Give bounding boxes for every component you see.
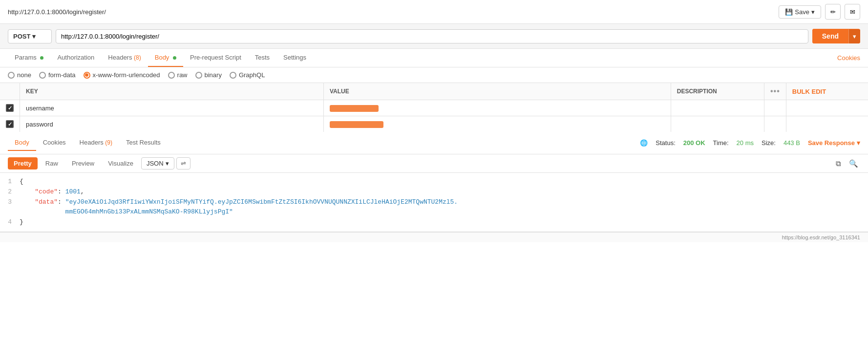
send-button-group: Send ▾ [812, 29, 860, 43]
row-2-key[interactable]: password [20, 116, 324, 132]
code-line-3: 3 "data": "eyJ0eXAiOiJqd3RfIiwiYWxnIjoiS… [0, 197, 868, 218]
response-meta: 🌐 Status: 200 OK Time: 20 ms Size: 443 B… [640, 139, 860, 147]
radio-none[interactable]: none [8, 71, 31, 79]
radio-raw[interactable]: raw [168, 71, 188, 79]
row-2-description[interactable] [671, 116, 764, 132]
col-checkbox [0, 83, 20, 100]
radio-graphql[interactable]: GraphQL [230, 71, 265, 79]
row-2-value-redacted [330, 121, 383, 128]
save-label: Save [795, 8, 809, 16]
save-response-dropdown-icon: ▾ [857, 139, 860, 147]
send-dropdown-button[interactable]: ▾ [848, 29, 860, 43]
row-1-checkbox[interactable] [6, 104, 14, 112]
row-2-checkbox[interactable] [6, 120, 14, 128]
response-tab-cookies[interactable]: Cookies [36, 135, 73, 151]
tab-tests[interactable]: Tests [248, 49, 276, 67]
radio-form-data-circle [39, 72, 46, 79]
params-table: KEY VALUE DESCRIPTION ••• Bulk Edit user… [0, 83, 868, 132]
save-disk-icon: 💾 [785, 8, 793, 16]
search-icon: 🔍 [849, 159, 858, 168]
json-format-select[interactable]: JSON ▾ [141, 157, 174, 169]
params-dot [40, 56, 43, 60]
search-button[interactable]: 🔍 [847, 158, 860, 169]
bulk-edit-button[interactable]: Bulk Edit [792, 88, 826, 95]
send-main-button[interactable]: Send [812, 29, 848, 43]
format-tab-pretty[interactable]: Pretty [8, 157, 38, 169]
row-1-description[interactable] [671, 100, 764, 116]
row-2-actions [764, 116, 786, 132]
top-bar: http://127.0.0.1:8000/login/register/ 💾 … [0, 0, 868, 24]
response-headers-count: (9) [105, 139, 112, 146]
time-label: Time: [713, 139, 729, 147]
message-button[interactable]: ✉ [845, 4, 860, 20]
tabs-left: Params Authorization Headers (8) Body Pr… [8, 49, 313, 67]
format-bar: Pretty Raw Preview Visualize JSON ▾ ⇌ ⧉ … [0, 154, 868, 173]
radio-graphql-circle [230, 72, 236, 79]
tab-settings[interactable]: Settings [276, 49, 313, 67]
top-bar-actions: 💾 Save ▾ ✏ ✉ [779, 4, 860, 20]
url-input[interactable] [56, 29, 808, 43]
format-tab-preview[interactable]: Preview [66, 157, 100, 169]
url-bar: POST ▾ Send ▾ [0, 24, 868, 49]
response-tab-headers[interactable]: Headers (9) [73, 135, 119, 151]
method-label: POST [13, 33, 30, 40]
radio-raw-circle [168, 72, 175, 79]
line-content-3: "data": "eyJ0eXAiOiJqd3RfIiwiYWxnIjoiSFM… [20, 197, 868, 218]
format-tab-visualize[interactable]: Visualize [102, 157, 139, 169]
response-header: Body Cookies Headers (9) Test Results 🌐 … [0, 132, 868, 154]
more-icon: ••• [770, 87, 780, 95]
tab-headers[interactable]: Headers (8) [101, 49, 148, 67]
tab-authorization[interactable]: Authorization [50, 49, 101, 67]
edit-button[interactable]: ✏ [825, 4, 841, 20]
response-tab-body[interactable]: Body [8, 135, 36, 151]
row-1-checkbox-cell [0, 100, 20, 116]
wrap-button[interactable]: ⇌ [176, 157, 191, 169]
cookies-link[interactable]: Cookies [837, 49, 860, 66]
col-bulk-edit: Bulk Edit [786, 83, 868, 100]
line-num-3: 3 [0, 197, 20, 218]
size-value: 443 B [783, 139, 800, 147]
radio-form-data[interactable]: form-data [39, 71, 76, 79]
tab-params[interactable]: Params [8, 49, 50, 67]
response-tabs: Body Cookies Headers (9) Test Results [8, 135, 168, 151]
col-actions: ••• [764, 83, 786, 100]
tab-body[interactable]: Body [148, 49, 183, 67]
response-tab-test-results[interactable]: Test Results [119, 135, 168, 151]
method-select[interactable]: POST ▾ [8, 29, 52, 43]
wrap-icon: ⇌ [181, 160, 186, 167]
line-content-1: { [20, 177, 868, 187]
row-1-value[interactable] [323, 100, 671, 116]
col-description: DESCRIPTION [671, 83, 764, 100]
col-value: VALUE [323, 83, 671, 100]
status-label: Status: [656, 139, 675, 147]
row-2-checkbox-cell [0, 116, 20, 132]
code-line-2: 2 "code": 1001, [0, 187, 868, 197]
radio-x-www-form-urlencoded-circle [84, 72, 90, 79]
radio-binary[interactable]: binary [195, 71, 222, 79]
row-1-key[interactable]: username [20, 100, 324, 116]
row-1-value-redacted [330, 105, 379, 112]
copy-button[interactable]: ⧉ [834, 158, 843, 169]
body-type-bar: none form-data x-www-form-urlencoded raw… [0, 67, 868, 83]
radio-binary-circle [195, 72, 202, 79]
row-2-value[interactable] [323, 116, 671, 132]
save-button[interactable]: 💾 Save ▾ [779, 5, 821, 19]
format-tab-raw[interactable]: Raw [40, 157, 64, 169]
size-label: Size: [762, 139, 776, 147]
row-1-actions [764, 100, 786, 116]
save-dropdown-icon: ▾ [811, 8, 815, 16]
col-key: KEY [20, 83, 324, 100]
edit-icon: ✏ [830, 8, 836, 16]
message-icon: ✉ [850, 8, 855, 16]
body-dot [173, 56, 176, 60]
method-dropdown-icon: ▾ [32, 33, 36, 40]
save-response-button[interactable]: Save Response ▾ [808, 139, 860, 147]
line-content-2: "code": 1001, [20, 187, 868, 197]
radio-x-www-form-urlencoded[interactable]: x-www-form-urlencoded [84, 71, 160, 79]
code-line-4: 4 } [0, 217, 868, 228]
radio-none-circle [8, 72, 15, 79]
table-row: password [0, 116, 868, 132]
tab-pre-request[interactable]: Pre-request Script [183, 49, 248, 67]
bottom-url: https://blog.esdr.net/go_3116341 [782, 234, 860, 240]
line-content-4: } [20, 217, 868, 228]
